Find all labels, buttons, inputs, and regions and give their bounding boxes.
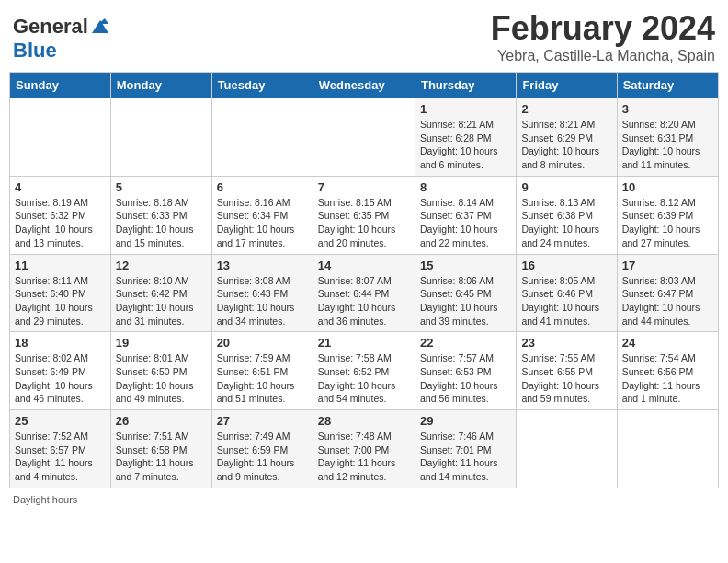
calendar-cell: 8Sunrise: 8:14 AM Sunset: 6:37 PM Daylig… xyxy=(415,176,516,254)
day-info: Sunrise: 7:55 AM Sunset: 6:55 PM Dayligh… xyxy=(521,351,611,406)
calendar-cell: 2Sunrise: 8:21 AM Sunset: 6:29 PM Daylig… xyxy=(517,98,617,177)
calendar-cell: 17Sunrise: 8:03 AM Sunset: 6:47 PM Dayli… xyxy=(617,254,718,332)
day-info: Sunrise: 7:59 AM Sunset: 6:51 PM Dayligh… xyxy=(217,351,308,406)
calendar-cell xyxy=(110,98,211,177)
day-info: Sunrise: 8:16 AM Sunset: 6:34 PM Dayligh… xyxy=(217,196,308,250)
calendar-week-row: 1Sunrise: 8:21 AM Sunset: 6:28 PM Daylig… xyxy=(10,98,719,177)
header: General Blue February 2024 Yebra, Castil… xyxy=(9,9,719,64)
calendar-cell: 20Sunrise: 7:59 AM Sunset: 6:51 PM Dayli… xyxy=(211,332,313,410)
calendar-cell: 11Sunrise: 8:11 AM Sunset: 6:40 PM Dayli… xyxy=(10,254,111,332)
day-info: Sunrise: 8:20 AM Sunset: 6:31 PM Dayligh… xyxy=(622,118,713,172)
day-number: 9 xyxy=(521,180,611,194)
day-number: 7 xyxy=(318,180,410,194)
calendar-cell: 19Sunrise: 8:01 AM Sunset: 6:50 PM Dayli… xyxy=(110,332,211,410)
weekday-header-saturday: Saturday xyxy=(617,73,718,98)
calendar-week-row: 25Sunrise: 7:52 AM Sunset: 6:57 PM Dayli… xyxy=(10,410,719,488)
day-number: 23 xyxy=(521,336,611,350)
day-info: Sunrise: 8:06 AM Sunset: 6:45 PM Dayligh… xyxy=(420,274,511,328)
calendar-week-row: 11Sunrise: 8:11 AM Sunset: 6:40 PM Dayli… xyxy=(10,254,719,332)
day-info: Sunrise: 8:21 AM Sunset: 6:28 PM Dayligh… xyxy=(420,118,511,172)
day-number: 4 xyxy=(15,180,106,194)
calendar-cell: 7Sunrise: 8:15 AM Sunset: 6:35 PM Daylig… xyxy=(313,176,415,254)
calendar-week-row: 18Sunrise: 8:02 AM Sunset: 6:49 PM Dayli… xyxy=(10,332,719,410)
weekday-header-sunday: Sunday xyxy=(10,73,111,98)
calendar-cell: 27Sunrise: 7:49 AM Sunset: 6:59 PM Dayli… xyxy=(211,410,313,488)
day-info: Sunrise: 8:02 AM Sunset: 6:49 PM Dayligh… xyxy=(15,351,106,406)
day-number: 19 xyxy=(116,336,207,350)
calendar-cell xyxy=(617,410,718,488)
day-number: 20 xyxy=(217,336,308,350)
day-number: 10 xyxy=(622,180,713,194)
weekday-header-monday: Monday xyxy=(110,73,211,98)
calendar-cell: 6Sunrise: 8:16 AM Sunset: 6:34 PM Daylig… xyxy=(211,176,313,254)
calendar-cell: 29Sunrise: 7:46 AM Sunset: 7:01 PM Dayli… xyxy=(415,410,516,488)
calendar-cell: 21Sunrise: 7:58 AM Sunset: 6:52 PM Dayli… xyxy=(313,332,415,410)
day-number: 6 xyxy=(217,180,308,194)
day-info: Sunrise: 7:58 AM Sunset: 6:52 PM Dayligh… xyxy=(318,351,410,406)
day-number: 2 xyxy=(521,102,611,116)
day-number: 18 xyxy=(15,336,106,350)
calendar-cell: 22Sunrise: 7:57 AM Sunset: 6:53 PM Dayli… xyxy=(415,332,516,410)
day-info: Sunrise: 8:10 AM Sunset: 6:42 PM Dayligh… xyxy=(116,274,207,328)
calendar-cell: 24Sunrise: 7:54 AM Sunset: 6:56 PM Dayli… xyxy=(617,332,718,410)
calendar-cell: 16Sunrise: 8:05 AM Sunset: 6:46 PM Dayli… xyxy=(517,254,617,332)
location-subtitle: Yebra, Castille-La Mancha, Spain xyxy=(491,48,715,64)
weekday-header-wednesday: Wednesday xyxy=(313,73,415,98)
title-area: February 2024 Yebra, Castille-La Mancha,… xyxy=(491,9,715,64)
day-number: 8 xyxy=(420,180,511,194)
calendar-header-row: SundayMondayTuesdayWednesdayThursdayFrid… xyxy=(10,73,719,98)
logo-general-text: General xyxy=(13,15,88,39)
calendar-cell: 18Sunrise: 8:02 AM Sunset: 6:49 PM Dayli… xyxy=(10,332,111,410)
logo-icon xyxy=(90,17,110,37)
day-number: 22 xyxy=(420,336,511,350)
calendar-cell: 5Sunrise: 8:18 AM Sunset: 6:33 PM Daylig… xyxy=(110,176,211,254)
calendar-cell: 28Sunrise: 7:48 AM Sunset: 7:00 PM Dayli… xyxy=(313,410,415,488)
calendar-cell: 4Sunrise: 8:19 AM Sunset: 6:32 PM Daylig… xyxy=(10,176,111,254)
calendar-cell: 15Sunrise: 8:06 AM Sunset: 6:45 PM Dayli… xyxy=(415,254,516,332)
day-info: Sunrise: 8:03 AM Sunset: 6:47 PM Dayligh… xyxy=(622,274,713,328)
calendar-cell: 12Sunrise: 8:10 AM Sunset: 6:42 PM Dayli… xyxy=(110,254,211,332)
day-number: 15 xyxy=(420,259,511,272)
weekday-header-thursday: Thursday xyxy=(415,73,516,98)
calendar-cell xyxy=(313,98,415,177)
logo-blue-text: Blue xyxy=(13,39,57,62)
day-number: 16 xyxy=(521,259,611,272)
day-number: 26 xyxy=(116,414,207,428)
day-number: 11 xyxy=(15,259,106,272)
calendar-cell xyxy=(10,98,111,177)
day-info: Sunrise: 8:11 AM Sunset: 6:40 PM Dayligh… xyxy=(15,274,106,328)
day-info: Sunrise: 8:01 AM Sunset: 6:50 PM Dayligh… xyxy=(116,351,207,406)
calendar-cell: 10Sunrise: 8:12 AM Sunset: 6:39 PM Dayli… xyxy=(617,176,718,254)
day-info: Sunrise: 8:19 AM Sunset: 6:32 PM Dayligh… xyxy=(15,196,106,250)
day-number: 17 xyxy=(622,259,713,272)
day-info: Sunrise: 8:05 AM Sunset: 6:46 PM Dayligh… xyxy=(521,274,611,328)
calendar-cell: 14Sunrise: 8:07 AM Sunset: 6:44 PM Dayli… xyxy=(313,254,415,332)
logo: General Blue xyxy=(13,15,110,63)
day-info: Sunrise: 8:14 AM Sunset: 6:37 PM Dayligh… xyxy=(420,196,511,250)
calendar-cell: 25Sunrise: 7:52 AM Sunset: 6:57 PM Dayli… xyxy=(10,410,111,488)
day-info: Sunrise: 7:52 AM Sunset: 6:57 PM Dayligh… xyxy=(15,430,106,484)
day-info: Sunrise: 8:13 AM Sunset: 6:38 PM Dayligh… xyxy=(521,196,611,250)
day-info: Sunrise: 8:07 AM Sunset: 6:44 PM Dayligh… xyxy=(318,274,410,328)
weekday-header-friday: Friday xyxy=(517,73,617,98)
day-number: 12 xyxy=(116,259,207,272)
day-number: 29 xyxy=(420,414,511,428)
day-info: Sunrise: 7:49 AM Sunset: 6:59 PM Dayligh… xyxy=(217,430,308,484)
day-info: Sunrise: 7:46 AM Sunset: 7:01 PM Dayligh… xyxy=(420,430,511,484)
calendar-cell xyxy=(211,98,313,177)
daylight-label: Daylight hours xyxy=(13,494,77,505)
calendar-cell: 13Sunrise: 8:08 AM Sunset: 6:43 PM Dayli… xyxy=(211,254,313,332)
calendar-cell: 1Sunrise: 8:21 AM Sunset: 6:28 PM Daylig… xyxy=(415,98,516,177)
calendar-cell xyxy=(517,410,617,488)
day-info: Sunrise: 8:21 AM Sunset: 6:29 PM Dayligh… xyxy=(521,118,611,172)
day-info: Sunrise: 7:57 AM Sunset: 6:53 PM Dayligh… xyxy=(420,351,511,406)
day-info: Sunrise: 8:08 AM Sunset: 6:43 PM Dayligh… xyxy=(217,274,308,328)
day-info: Sunrise: 8:15 AM Sunset: 6:35 PM Dayligh… xyxy=(318,196,410,250)
day-info: Sunrise: 8:12 AM Sunset: 6:39 PM Dayligh… xyxy=(622,196,713,250)
day-number: 1 xyxy=(420,102,511,116)
calendar-cell: 3Sunrise: 8:20 AM Sunset: 6:31 PM Daylig… xyxy=(617,98,718,177)
day-number: 14 xyxy=(318,259,410,272)
calendar-table: SundayMondayTuesdayWednesdayThursdayFrid… xyxy=(9,72,719,488)
weekday-header-tuesday: Tuesday xyxy=(211,73,313,98)
day-info: Sunrise: 8:18 AM Sunset: 6:33 PM Dayligh… xyxy=(116,196,207,250)
